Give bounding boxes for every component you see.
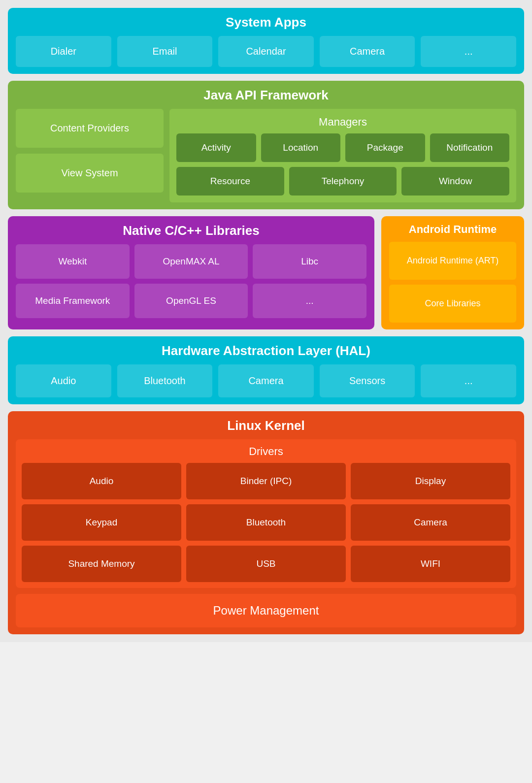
- native-lib-box: OpenGL ES: [134, 284, 248, 318]
- native-libs-layer: Native C/C++ Libraries WebkitOpenMAX ALL…: [8, 216, 374, 329]
- java-api-layer: Java API Framework Content ProvidersView…: [8, 81, 524, 209]
- manager-box: Window: [401, 167, 509, 196]
- manager-box: Telephony: [289, 167, 397, 196]
- native-lib-box: OpenMAX AL: [134, 244, 248, 279]
- java-api-content: Content ProvidersView System Managers Ac…: [16, 109, 516, 202]
- runtime-grid: Android Runtime (ART)Core Libraries: [389, 242, 516, 323]
- hal-title: Hardware Abstraction Layer (HAL): [16, 343, 516, 359]
- native-libs-title: Native C/C++ Libraries: [16, 223, 366, 238]
- runtime-box: Core Libraries: [389, 285, 516, 323]
- system-apps-grid: DialerEmailCalendarCamera...: [16, 36, 516, 67]
- managers-title: Managers: [176, 116, 509, 129]
- java-api-title: Java API Framework: [16, 88, 516, 103]
- drivers-section: Drivers AudioBinder (IPC)DisplayKeypadBl…: [16, 439, 516, 588]
- driver-box: Binder (IPC): [186, 463, 346, 499]
- driver-box: Display: [351, 463, 510, 499]
- driver-box: WIFI: [351, 546, 510, 582]
- runtime-box: Android Runtime (ART): [389, 242, 516, 280]
- java-api-left-item: View System: [16, 154, 164, 193]
- architecture-diagram: System Apps DialerEmailCalendarCamera...…: [0, 0, 532, 642]
- native-grid: WebkitOpenMAX ALLibcMedia FrameworkOpenG…: [16, 244, 366, 318]
- hal-box: Bluetooth: [117, 364, 213, 397]
- driver-box: Shared Memory: [22, 546, 181, 582]
- native-runtime-row: Native C/C++ Libraries WebkitOpenMAX ALL…: [8, 216, 524, 329]
- manager-box: Activity: [176, 133, 256, 162]
- java-api-left-item: Content Providers: [16, 109, 164, 148]
- system-apps-title: System Apps: [16, 15, 516, 30]
- driver-box: Audio: [22, 463, 181, 499]
- native-lib-box: ...: [253, 284, 366, 318]
- hal-grid: AudioBluetoothCameraSensors...: [16, 364, 516, 397]
- hal-box: Camera: [218, 364, 314, 397]
- linux-kernel-title: Linux Kernel: [16, 418, 516, 433]
- drivers-grid: AudioBinder (IPC)DisplayKeypadBluetoothC…: [22, 463, 510, 582]
- managers-grid: ActivityLocationPackageNotification Reso…: [176, 133, 509, 196]
- driver-box: Camera: [351, 504, 510, 541]
- native-lib-box: Libc: [253, 244, 366, 279]
- power-management: Power Management: [16, 594, 516, 627]
- system-app-box: Camera: [320, 36, 415, 67]
- system-app-box: Email: [117, 36, 213, 67]
- driver-box: Keypad: [22, 504, 181, 541]
- linux-kernel-layer: Linux Kernel Drivers AudioBinder (IPC)Di…: [8, 411, 524, 634]
- driver-box: Bluetooth: [186, 504, 346, 541]
- java-api-right: Managers ActivityLocationPackageNotifica…: [169, 109, 516, 202]
- android-runtime-layer: Android Runtime Android Runtime (ART)Cor…: [381, 216, 524, 329]
- managers-row-2: ResourceTelephonyWindow: [176, 167, 509, 196]
- native-lib-box: Webkit: [16, 244, 130, 279]
- native-lib-box: Media Framework: [16, 284, 130, 318]
- driver-box: USB: [186, 546, 346, 582]
- hal-box: Sensors: [320, 364, 415, 397]
- manager-box: Location: [261, 133, 341, 162]
- manager-box: Package: [345, 133, 425, 162]
- manager-box: Notification: [430, 133, 510, 162]
- system-app-box: ...: [421, 36, 516, 67]
- android-runtime-title: Android Runtime: [389, 223, 516, 236]
- drivers-title: Drivers: [22, 445, 510, 458]
- system-app-box: Dialer: [16, 36, 111, 67]
- managers-row-1: ActivityLocationPackageNotification: [176, 133, 509, 162]
- manager-box: Resource: [176, 167, 284, 196]
- system-app-box: Calendar: [218, 36, 314, 67]
- hal-layer: Hardware Abstraction Layer (HAL) AudioBl…: [8, 336, 524, 404]
- java-api-left: Content ProvidersView System: [16, 109, 164, 202]
- hal-box: ...: [421, 364, 516, 397]
- hal-box: Audio: [16, 364, 111, 397]
- system-apps-layer: System Apps DialerEmailCalendarCamera...: [8, 8, 524, 74]
